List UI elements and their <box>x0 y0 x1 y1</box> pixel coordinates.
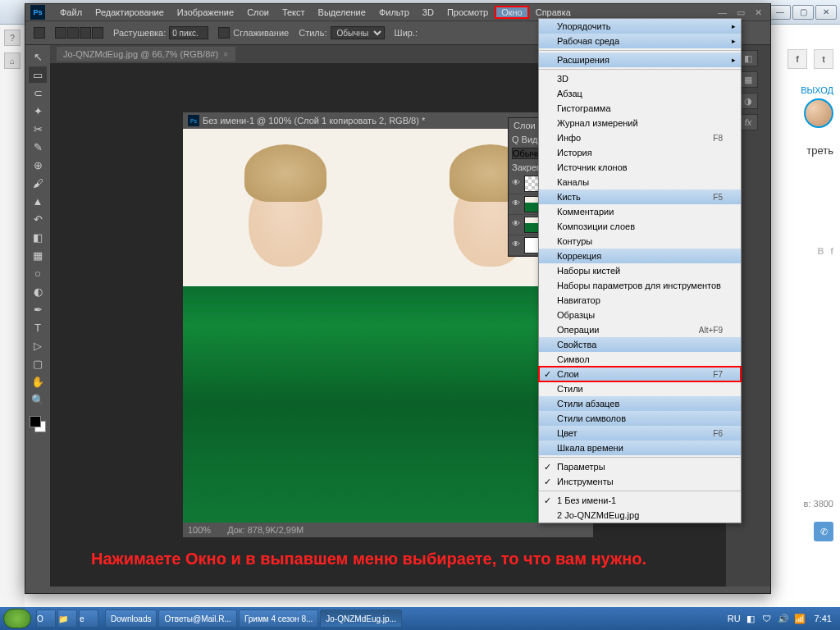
menu-item[interactable]: Упорядочить <box>539 19 741 34</box>
menu-слои[interactable]: Слои <box>240 6 276 19</box>
selection-new-icon[interactable] <box>55 27 66 39</box>
facebook-icon[interactable]: f <box>830 246 833 256</box>
pen-tool[interactable]: ✒ <box>29 301 47 317</box>
avatar[interactable] <box>804 98 833 128</box>
visibility-icon[interactable]: 👁 <box>510 219 522 231</box>
visibility-icon[interactable]: 👁 <box>510 199 522 210</box>
gradient-tool[interactable]: ▦ <box>29 247 47 263</box>
zoom-tool[interactable]: 🔍 <box>29 391 47 408</box>
eyedropper-tool[interactable]: ✎ <box>29 139 47 155</box>
doc-zoom[interactable]: 100% <box>188 525 211 535</box>
wand-tool[interactable]: ✦ <box>29 103 47 119</box>
menu-изображение[interactable]: Изображение <box>171 6 240 19</box>
menu-редактирование[interactable]: Редактирование <box>89 6 171 19</box>
shape-tool[interactable]: ▢ <box>29 355 47 372</box>
menu-справка[interactable]: Справка <box>529 6 578 19</box>
menu-окно[interactable]: Окно <box>495 6 529 19</box>
taskbar-item[interactable]: Гримм 4 сезон 8... <box>239 609 318 628</box>
selection-add-icon[interactable] <box>67 27 79 39</box>
antialias-checkbox[interactable] <box>218 27 230 39</box>
twitter-icon[interactable]: t <box>814 49 833 69</box>
menu-item[interactable]: Стили символов <box>539 411 741 426</box>
marquee-tool[interactable]: ▭ <box>29 66 47 83</box>
menu-item[interactable]: Рабочая среда <box>539 34 741 48</box>
maximize-icon[interactable]: ▭ <box>737 7 745 18</box>
tray-icon[interactable]: 🛡 <box>760 612 774 625</box>
lasso-tool[interactable]: ⊂ <box>29 84 47 101</box>
menu-item[interactable]: Абзац <box>539 86 741 101</box>
menu-item[interactable]: Источник клонов <box>539 160 741 175</box>
menu-item[interactable]: ИнфоF8 <box>539 130 741 145</box>
close-icon[interactable]: ✕ <box>755 7 762 18</box>
tray-icon[interactable]: ◧ <box>744 612 757 625</box>
phone-icon[interactable]: ✆ <box>814 522 833 541</box>
volume-icon[interactable]: 🔊 <box>777 612 790 625</box>
taskbar-item[interactable]: Jo-QNZMdEug.jp... <box>320 609 402 628</box>
type-tool[interactable]: T <box>29 319 47 336</box>
menu-item[interactable]: Гистограмма <box>539 101 741 116</box>
menu-item[interactable]: Каналы <box>539 175 741 189</box>
menu-текст[interactable]: Текст <box>276 6 312 19</box>
lang-indicator[interactable]: RU <box>728 614 741 623</box>
menu-item[interactable]: История <box>539 145 741 160</box>
eraser-tool[interactable]: ◧ <box>29 229 47 245</box>
visibility-icon[interactable]: 👁 <box>510 178 522 189</box>
quick-browser-icon[interactable]: e <box>79 609 98 628</box>
menu-item[interactable]: Композиции слоев <box>539 219 741 234</box>
menu-item[interactable]: Инструменты <box>539 474 741 489</box>
quick-folder-icon[interactable]: 📁 <box>57 609 77 628</box>
document-tab[interactable]: Jo-QNZMdEug.jpg @ 66,7% (RGB/8#)× <box>57 47 235 62</box>
taskbar-item[interactable]: Downloads <box>105 609 157 628</box>
menu-item[interactable]: Шкала времени <box>539 441 741 455</box>
menu-item[interactable]: Свойства <box>539 337 741 352</box>
blur-tool[interactable]: ○ <box>29 265 47 281</box>
menu-item[interactable]: Расширения <box>539 52 741 67</box>
color-swatch[interactable] <box>30 416 46 432</box>
menu-item[interactable]: КистьF5 <box>539 189 741 204</box>
tab-layers[interactable]: Слои <box>509 118 541 133</box>
brush-tool[interactable]: 🖌 <box>29 175 47 191</box>
close-button[interactable]: ✕ <box>815 5 837 20</box>
menu-item[interactable]: 2 Jo-QNZMdEug.jpg <box>539 508 741 523</box>
stamp-tool[interactable]: ▲ <box>29 193 47 209</box>
menu-item[interactable]: Стили абзацев <box>539 396 741 411</box>
menu-3d[interactable]: 3D <box>416 6 441 19</box>
style-select[interactable]: Обычный <box>331 26 385 39</box>
start-button[interactable] <box>3 609 31 628</box>
tool-preset-icon[interactable] <box>34 27 45 39</box>
menu-item[interactable]: Символ <box>539 352 741 367</box>
help-icon[interactable]: ? <box>4 30 21 46</box>
facebook-icon[interactable]: f <box>788 49 807 69</box>
network-icon[interactable]: 📶 <box>793 612 806 625</box>
menu-item[interactable]: Стили <box>539 381 741 396</box>
menu-item[interactable]: Контуры <box>539 234 741 249</box>
selection-subtract-icon[interactable] <box>80 27 91 39</box>
healing-tool[interactable]: ⊕ <box>29 157 47 173</box>
menu-файл[interactable]: Файл <box>53 6 89 19</box>
menu-item[interactable]: Наборы кистей <box>539 263 741 278</box>
vk-icon[interactable]: B <box>817 246 824 256</box>
home-icon[interactable]: ⌂ <box>4 52 21 69</box>
quick-opera-icon[interactable]: O <box>36 609 56 628</box>
menu-item[interactable]: Образцы <box>539 308 741 322</box>
history-brush-tool[interactable]: ↶ <box>29 211 47 227</box>
hand-tool[interactable]: ✋ <box>29 373 47 390</box>
menu-item[interactable]: Навигатор <box>539 293 741 308</box>
move-tool[interactable]: ↖ <box>29 48 47 65</box>
menu-item[interactable]: 3D <box>539 71 741 86</box>
close-tab-icon[interactable]: × <box>223 49 228 59</box>
menu-item[interactable]: Параметры <box>539 459 741 474</box>
menu-item[interactable]: ЦветF6 <box>539 426 741 441</box>
clock[interactable]: 7:41 <box>810 614 837 623</box>
dodge-tool[interactable]: ◐ <box>29 283 47 299</box>
menu-item[interactable]: ОперацииAlt+F9 <box>539 322 741 337</box>
menu-фильтр[interactable]: Фильтр <box>372 6 416 19</box>
menu-item[interactable]: Комментарии <box>539 204 741 219</box>
visibility-icon[interactable]: 👁 <box>510 240 522 251</box>
logout-link[interactable]: ВЫХОД <box>781 85 833 95</box>
menu-item[interactable]: Наборы параметров для инструментов <box>539 278 741 293</box>
path-tool[interactable]: ▷ <box>29 337 47 354</box>
menu-item[interactable]: СлоиF7 <box>539 367 741 381</box>
crop-tool[interactable]: ✂ <box>29 121 47 137</box>
menu-item[interactable]: Коррекция <box>539 249 741 263</box>
